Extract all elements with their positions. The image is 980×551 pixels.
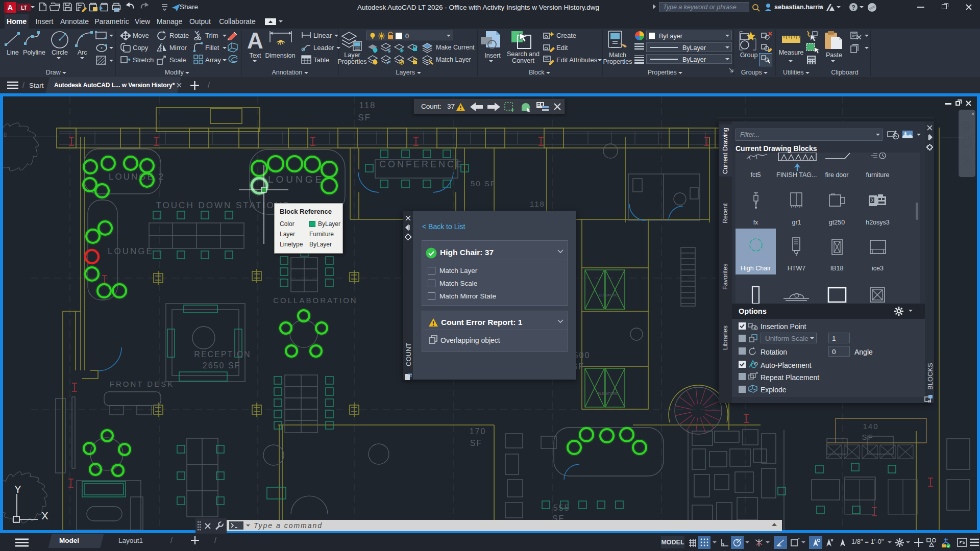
svg-text:118: 118 <box>530 199 545 208</box>
svg-text:TOUCH DOWN STATIONS: TOUCH DOWN STATIONS <box>156 201 290 210</box>
svg-text:RECEPTION: RECEPTION <box>194 350 251 359</box>
svg-text:LT: LT <box>21 5 27 11</box>
svg-text:118: 118 <box>359 101 376 110</box>
svg-text:X: X <box>41 510 48 521</box>
svg-text:LOUNGE: LOUNGE <box>268 174 324 185</box>
svg-text:LOUNGE: LOUNGE <box>108 246 154 256</box>
svg-text:SF: SF <box>862 433 873 441</box>
svg-text:SF: SF <box>358 113 371 122</box>
svg-text:140: 140 <box>863 422 878 431</box>
svg-text:2650 SF: 2650 SF <box>203 361 240 370</box>
svg-text:0: 0 <box>4 132 7 138</box>
svg-text:COLLABORATION: COLLABORATION <box>273 296 357 305</box>
svg-text:?: ? <box>851 4 855 11</box>
svg-text:LOUNGE 2: LOUNGE 2 <box>109 172 165 182</box>
svg-text:50 SF: 50 SF <box>471 179 496 188</box>
svg-text:FRONT DESK: FRONT DESK <box>110 380 174 388</box>
svg-text:ELEVATORS: ELEVATORS <box>598 392 618 395</box>
svg-text:ELEVATORS: ELEVATORS <box>599 293 619 297</box>
svg-text:CONFERENCE: CONFERENCE <box>379 159 464 169</box>
svg-text:Y: Y <box>14 484 21 495</box>
svg-text:555: 555 <box>553 504 570 512</box>
svg-text:170: 170 <box>470 427 486 436</box>
svg-text:SF: SF <box>470 439 482 447</box>
svg-text:A: A <box>8 3 13 12</box>
